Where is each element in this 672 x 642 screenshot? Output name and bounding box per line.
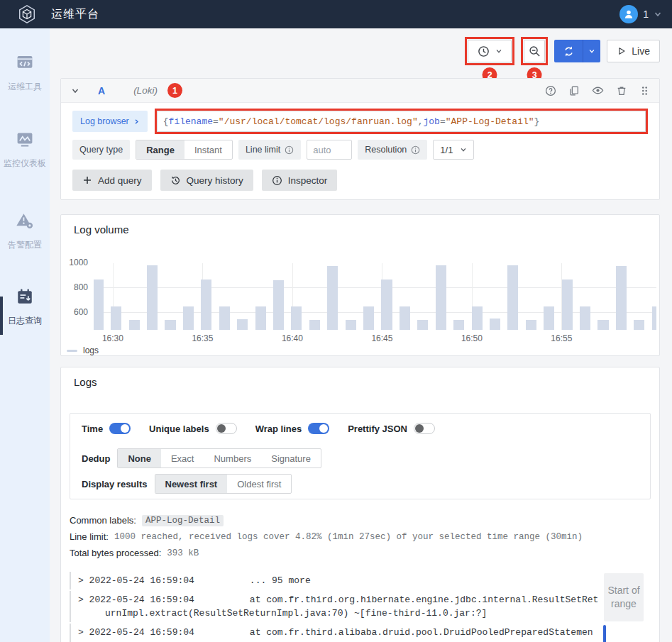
plus-icon <box>82 175 92 185</box>
loki-query-input[interactable]: {filename="/usr/local/tomcat/logs/fanrua… <box>157 111 646 132</box>
live-button[interactable]: Live <box>607 40 660 62</box>
dedup-signature[interactable]: Signature <box>261 449 321 467</box>
log-row[interactable]: > 2022-05-24 16:59:04 at com.fr.third.al… <box>70 624 600 642</box>
volume-bar <box>201 280 211 330</box>
sidebar-item-1[interactable]: 运维工具 <box>0 53 50 93</box>
chart-plot-area[interactable] <box>94 263 656 330</box>
toggle-prettify-json: Prettify JSON <box>348 423 435 434</box>
chart-legend[interactable]: logs <box>67 345 99 355</box>
dedup-toggle: NoneExactNumbersSignature <box>117 448 321 468</box>
y-axis-tick: 1000 <box>69 258 88 267</box>
collapse-query-icon[interactable] <box>71 87 79 95</box>
sidebar-item-label: 日志查询 <box>8 315 42 327</box>
log-timestamp: 2022-05-24 16:59:04 <box>84 627 206 638</box>
volume-bar <box>219 306 230 330</box>
person-icon <box>623 9 634 20</box>
volume-bar <box>183 306 194 330</box>
play-icon <box>617 46 627 56</box>
resolution-select[interactable]: 1/1 <box>433 140 474 160</box>
log-row[interactable]: > 2022-05-24 16:59:04 ... 95 more <box>70 572 600 590</box>
eye-icon[interactable] <box>592 84 604 96</box>
info-icon <box>285 145 294 155</box>
toggle-wrap-lines: Wrap lines <box>255 423 330 434</box>
logs-scrollbar[interactable] <box>603 625 606 642</box>
copy-icon[interactable] <box>568 85 580 96</box>
line-limit-input[interactable] <box>307 140 352 160</box>
avatar[interactable] <box>619 5 638 23</box>
volume-bar <box>597 320 608 330</box>
query-type-toggle: RangeInstant <box>136 140 233 160</box>
volume-bar <box>291 306 302 330</box>
start-of-range-label: Start of range <box>604 573 644 621</box>
sidebar-item-label: 监控仪表板 <box>4 157 46 170</box>
volume-bar <box>544 306 554 330</box>
add-query-button[interactable]: Add query <box>72 170 152 191</box>
query-token-punct: { <box>163 116 169 127</box>
query-type-range[interactable]: Range <box>136 140 184 159</box>
meta-line: Line limit:1000 reached, received logs c… <box>70 528 651 545</box>
x-axis-tick: 16:50 <box>461 333 483 343</box>
annotation-box-timepicker: 2 <box>465 37 514 65</box>
y-axis-tick: 800 <box>74 282 88 292</box>
toggle-switch[interactable] <box>216 423 237 434</box>
display-oldest-first[interactable]: Oldest first <box>227 475 291 493</box>
alert-config-icon <box>16 211 34 230</box>
log-row[interactable]: > 2022-05-24 16:59:04 at com.fr.third.or… <box>70 591 600 622</box>
chevron-down-icon <box>654 10 662 18</box>
expand-row-icon[interactable]: > <box>78 627 84 638</box>
meta-line: Common labels:APP-Log-Detail <box>70 512 651 528</box>
meta-value: APP-Log-Detail <box>142 515 224 526</box>
run-query-button[interactable] <box>554 40 600 62</box>
expand-row-icon[interactable]: > <box>78 575 84 586</box>
drag-handle-icon[interactable] <box>639 85 649 96</box>
volume-bar <box>580 306 590 330</box>
toggle-switch[interactable] <box>308 423 329 434</box>
meta-value: 393 kB <box>167 548 199 558</box>
legend-label: logs <box>83 345 99 355</box>
toggle-label: Unique labels <box>149 424 209 434</box>
inspector-button[interactable]: Inspector <box>262 170 338 191</box>
clock-icon <box>478 45 490 57</box>
log-message: ... 95 more <box>205 575 310 586</box>
toggle-label: Time <box>82 424 103 434</box>
log-display-controls: TimeUnique labelsWrap linesPrettify JSON… <box>70 413 651 499</box>
query-history-button[interactable]: Query history <box>160 170 253 191</box>
query-type-label: Query type <box>72 140 130 160</box>
sidebar-item-3[interactable]: 告警配置 <box>0 211 50 251</box>
time-picker-button[interactable] <box>468 40 512 62</box>
chevron-right-icon <box>133 118 140 125</box>
query-type-instant[interactable]: Instant <box>184 140 232 159</box>
zoom-out-button[interactable] <box>524 40 545 62</box>
dedup-numbers[interactable]: Numbers <box>204 449 261 467</box>
meta-label: Line limit: <box>70 531 109 542</box>
live-label: Live <box>632 45 650 57</box>
chevron-down-icon <box>460 146 467 153</box>
toggle-switch[interactable] <box>109 423 131 434</box>
chevron-down-icon <box>588 48 595 55</box>
display-newest-first[interactable]: Newest first <box>155 475 228 493</box>
help-icon[interactable] <box>545 85 556 96</box>
query-token-label: filename <box>169 116 213 127</box>
expand-row-icon[interactable]: > <box>78 594 84 605</box>
log-browser-button[interactable]: Log browser <box>72 111 148 132</box>
sidebar-item-2[interactable]: 监控仪表板 <box>0 130 50 170</box>
volume-bar <box>436 265 446 330</box>
info-icon <box>411 145 420 155</box>
volume-bar <box>381 280 392 330</box>
app-title: 运维平台 <box>51 7 99 22</box>
toggle-switch[interactable] <box>414 423 435 434</box>
query-token-punct: } <box>534 116 540 127</box>
meta-line: Total bytes processed:393 kB <box>70 545 651 561</box>
query-row-letter: A <box>98 85 105 96</box>
toggle-unique-labels: Unique labels <box>149 423 237 434</box>
volume-bar <box>453 320 464 330</box>
sidebar-item-4[interactable]: 日志查询 <box>0 287 50 327</box>
annotation-badge-1: 1 <box>167 83 182 98</box>
dedup-none[interactable]: None <box>118 449 161 467</box>
user-menu[interactable]: 1 <box>619 0 662 28</box>
refresh-icon <box>563 45 575 57</box>
trash-icon[interactable] <box>616 85 627 96</box>
panel-title: Logs <box>74 376 97 388</box>
dedup-exact[interactable]: Exact <box>161 449 204 467</box>
toggle-label: Prettify JSON <box>348 424 407 434</box>
